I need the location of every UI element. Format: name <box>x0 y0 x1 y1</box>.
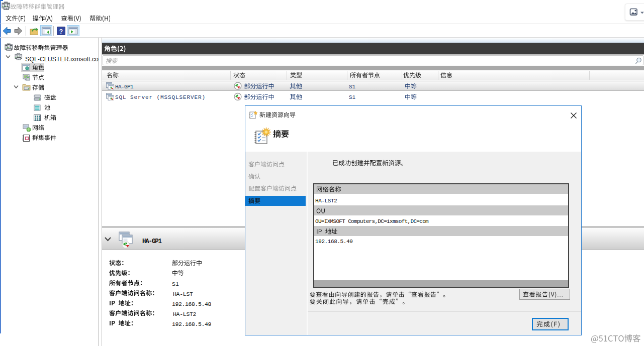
svg-text:?: ? <box>59 28 63 35</box>
